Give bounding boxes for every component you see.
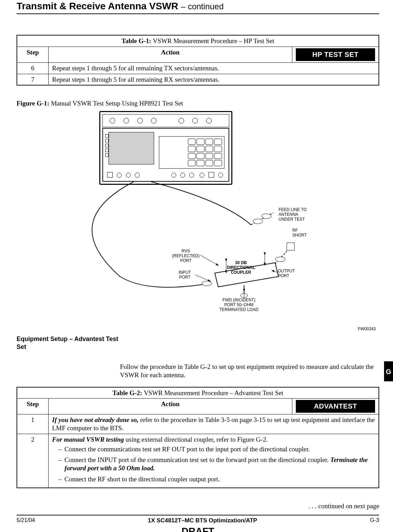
label-feed-line: FEED LINE TO ANTENNA UNDER TEST (279, 208, 307, 222)
list-item: – Connect the INPUT port of the communic… (58, 456, 375, 472)
label-fwd-port-text: FWD (INCIDENT) PORT 50–OHM TERMINATED LO… (219, 298, 258, 312)
svg-line-8 (200, 255, 219, 265)
table-g1-row1-action: Repeat steps 1 through 5 for all remaini… (49, 74, 379, 85)
svg-point-2 (275, 257, 285, 262)
chapter-tab-label: G (384, 368, 393, 376)
advantest-badge: ADVANTEST (296, 400, 375, 413)
table-g1-badge-cell: HP TEST SET (292, 47, 379, 62)
table-row: 2 For manual VSWR testing using external… (17, 434, 379, 488)
footer-center: 1X SC4812T–MC BTS Optimization/ATP (35, 517, 370, 524)
figure-reference: FW00343 (358, 327, 376, 332)
table-g1-title-prefix: Table G-1: (121, 37, 151, 44)
table-g1-title-rest: VSWR Measurement Procedure – HP Test Set (151, 37, 274, 44)
table-g2-row1-lead-em: If you have not already done so, (52, 416, 139, 423)
section-heading: Equipment Setup – Advantest Test Set (17, 335, 120, 351)
svg-rect-3 (287, 243, 294, 250)
label-fwd-port: FWD (INCIDENT) PORT 50–OHM TERMINATED LO… (213, 298, 265, 312)
table-g2-row2-lead-em: For manual VSWR testing (52, 436, 124, 443)
continued-next-page: . . . continued on next page (17, 502, 379, 510)
table-g2-title-prefix: Table G-2: (112, 389, 142, 397)
table-g1-row0-action: Repeat steps 1 through 5 for all remaini… (49, 62, 379, 74)
label-output-port-text: OUTPUT PORT (278, 269, 295, 278)
svg-line-9 (195, 275, 211, 281)
label-rf-short-text: RF SHORT (292, 228, 307, 238)
bullet-2: Connect the RF short to the directional … (64, 475, 220, 483)
table-g1-title: Table G-1: VSWR Measurement Procedure – … (17, 35, 379, 47)
table-g2-row2-step: 2 (17, 434, 49, 488)
figure-g1-caption: Figure G-1: Manual VSWR Test Setup Using… (17, 99, 379, 108)
table-row: 7 Repeat steps 1 through 5 for all remai… (17, 74, 379, 85)
table-g1-header-action: Action (49, 47, 292, 62)
label-coupler: 30 DB DIRECTIONAL COUPLER (222, 261, 260, 275)
table-g2-row2-lead-rest: using external directional coupler, refe… (124, 436, 268, 443)
footer-draft: DRAFT (17, 525, 379, 532)
table-g2-badge-cell: ADVANTEST (292, 399, 379, 414)
list-item: – Connect the communications test set RF… (58, 445, 375, 453)
hp-test-set-badge: HP TEST SET (296, 48, 375, 61)
svg-point-0 (253, 219, 263, 224)
label-output-port: OUTPUT PORT (278, 269, 302, 279)
table-g2: Table G-2: VSWR Measurement Procedure – … (17, 387, 379, 488)
label-coupler-text: 30 DB DIRECTIONAL COUPLER (227, 260, 255, 275)
table-row: 6 Repeat steps 1 through 5 for all remai… (17, 62, 379, 74)
footer-rule (17, 515, 379, 515)
chapter-tab: G (384, 365, 393, 378)
title-continued: – continued (181, 2, 224, 11)
bullet-0: Connect the communications test set RF O… (64, 445, 310, 453)
footer: 5/21/04 1X SC4812T–MC BTS Optimization/A… (17, 517, 379, 524)
figure-cables-illustration (17, 111, 379, 332)
figure-g1-caption-prefix: Figure G-1: (17, 100, 49, 107)
label-input-port-text: INPUT PORT (179, 270, 191, 280)
table-g2-row1-step: 1 (17, 414, 49, 434)
title-main: Transmit & Receive Antenna VSWR (17, 1, 178, 11)
table-g1-header-step: Step (17, 47, 49, 62)
svg-point-1 (262, 214, 271, 219)
bullet-1-pre: Connect the INPUT port of the communicat… (64, 456, 330, 463)
label-rf-short: RF SHORT (292, 228, 307, 238)
svg-point-4 (202, 281, 212, 286)
table-g1: Table G-1: VSWR Measurement Procedure – … (17, 35, 379, 86)
table-g1-row0-step: 6 (17, 62, 49, 74)
label-input-port: INPUT PORT (174, 270, 195, 280)
figure-g1: FEED LINE TO ANTENNA UNDER TEST RF SHORT… (17, 111, 379, 332)
label-rvs-port: RVS (REFLECTED) PORT (170, 249, 201, 263)
page-title: Transmit & Receive Antenna VSWR – contin… (17, 0, 379, 12)
table-g2-header-action: Action (49, 399, 292, 414)
label-rvs-port-text: RVS (REFLECTED) PORT (172, 249, 199, 263)
table-row: 1 If you have not already done so, refer… (17, 414, 379, 434)
table-g2-title-rest: VSWR Measurement Procedure – Advantest T… (142, 389, 283, 397)
table-g2-row1-action: If you have not already done so, refer t… (49, 414, 379, 434)
title-rule (17, 13, 379, 14)
list-item: – Connect the RF short to the directiona… (58, 475, 375, 483)
footer-page: G-3 (370, 517, 379, 524)
label-feed-line-text: FEED LINE TO ANTENNA UNDER TEST (279, 207, 307, 222)
table-g2-row2-action: For manual VSWR testing using external d… (49, 434, 379, 488)
table-g2-title: Table G-2: VSWR Measurement Procedure – … (17, 387, 379, 399)
table-g2-header-step: Step (17, 399, 49, 414)
figure-g1-caption-rest: Manual VSWR Test Setup Using HP8921 Test… (49, 100, 183, 107)
table-g1-row1-step: 7 (17, 74, 49, 85)
footer-date: 5/21/04 (17, 517, 35, 524)
section-body: Follow the procedure in Table G-2 to set… (120, 363, 379, 379)
